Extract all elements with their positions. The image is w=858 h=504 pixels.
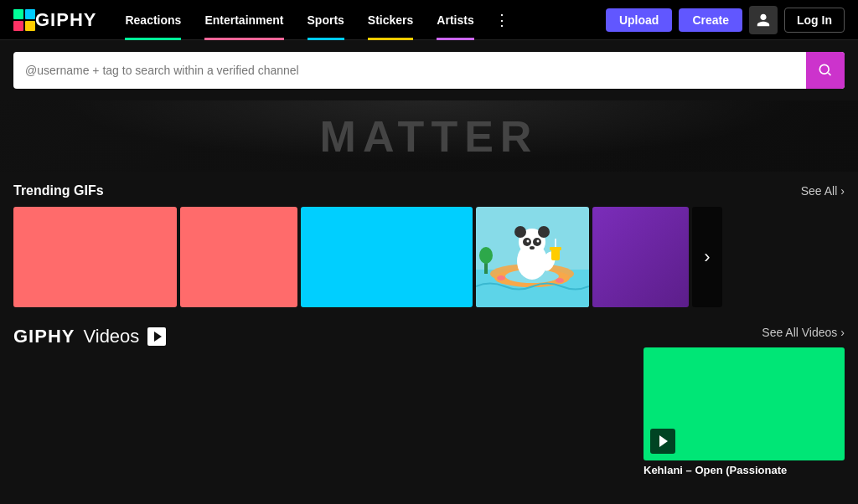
header: GIPHY Reactions Entertainment Sports Sti… — [0, 0, 858, 40]
svg-point-11 — [537, 240, 540, 243]
logo[interactable]: GIPHY — [13, 9, 96, 31]
logo-text: GIPHY — [35, 9, 96, 31]
svg-point-17 — [497, 275, 505, 280]
chevron-right-icon: › — [840, 184, 845, 198]
video-thumbnail[interactable] — [644, 347, 845, 460]
search-button[interactable] — [806, 52, 845, 89]
nav-item-reactions[interactable]: Reactions — [113, 0, 193, 40]
trending-gifs-section: Trending GIFs See All › — [0, 172, 858, 314]
user-icon — [756, 13, 771, 28]
gif-card-3[interactable] — [301, 207, 473, 307]
trending-see-all[interactable]: See All › — [801, 184, 845, 198]
avatar-button[interactable] — [749, 6, 778, 34]
svg-rect-14 — [551, 249, 560, 260]
banner: MATTER — [0, 100, 858, 172]
header-actions: Upload Create Log In — [606, 6, 845, 34]
banner-text: MATTER — [320, 111, 539, 162]
search-icon — [817, 62, 834, 79]
svg-rect-15 — [550, 247, 561, 250]
nav-item-stickers[interactable]: Stickers — [356, 0, 425, 40]
svg-point-12 — [530, 246, 535, 249]
videos-section: GIPHY Videos See All Videos › Kehlani – … — [0, 314, 858, 483]
panda-illustration — [476, 207, 589, 307]
video-play-button[interactable] — [650, 429, 675, 454]
svg-point-6 — [514, 226, 526, 238]
trending-title: Trending GIFs — [13, 183, 104, 198]
gifs-row: › — [13, 207, 845, 307]
logo-icon — [13, 9, 35, 31]
see-all-videos[interactable]: See All Videos › — [762, 326, 845, 339]
main-nav: Reactions Entertainment Sports Stickers … — [113, 0, 605, 40]
svg-point-10 — [527, 240, 530, 243]
carousel-next-button[interactable]: › — [692, 207, 722, 307]
videos-right: See All Videos › Kehlani – Open (Passion… — [644, 326, 845, 476]
search-input-wrap — [13, 52, 845, 89]
nav-item-sports[interactable]: Sports — [296, 0, 356, 40]
play-icon — [147, 327, 166, 346]
gif-card-5[interactable] — [592, 207, 689, 307]
gif-card-1[interactable] — [13, 207, 177, 307]
giphy-brand-label: GIPHY — [13, 326, 75, 347]
upload-button[interactable]: Upload — [606, 8, 672, 32]
gif-card-4[interactable] — [476, 207, 589, 307]
nav-item-artists[interactable]: Artists — [425, 0, 485, 40]
nav-item-entertainment[interactable]: Entertainment — [193, 0, 295, 40]
video-caption: Kehlani – Open (Passionate — [644, 464, 845, 476]
svg-point-20 — [479, 247, 493, 264]
create-button[interactable]: Create — [679, 8, 742, 32]
chevron-right-icon: › — [704, 246, 710, 268]
gif-card-2[interactable] — [180, 207, 297, 307]
nav-more-button[interactable]: ⋮ — [486, 0, 518, 40]
trending-header: Trending GIFs See All › — [13, 183, 845, 198]
login-button[interactable]: Log In — [784, 8, 845, 33]
search-input[interactable] — [13, 52, 806, 89]
videos-title: GIPHY Videos — [13, 326, 644, 347]
videos-label: Videos — [83, 326, 139, 347]
svg-point-7 — [538, 226, 550, 238]
svg-point-18 — [556, 278, 564, 283]
chevron-right-icon: › — [840, 326, 845, 339]
videos-left: GIPHY Videos — [13, 326, 644, 347]
search-bar — [0, 40, 858, 100]
